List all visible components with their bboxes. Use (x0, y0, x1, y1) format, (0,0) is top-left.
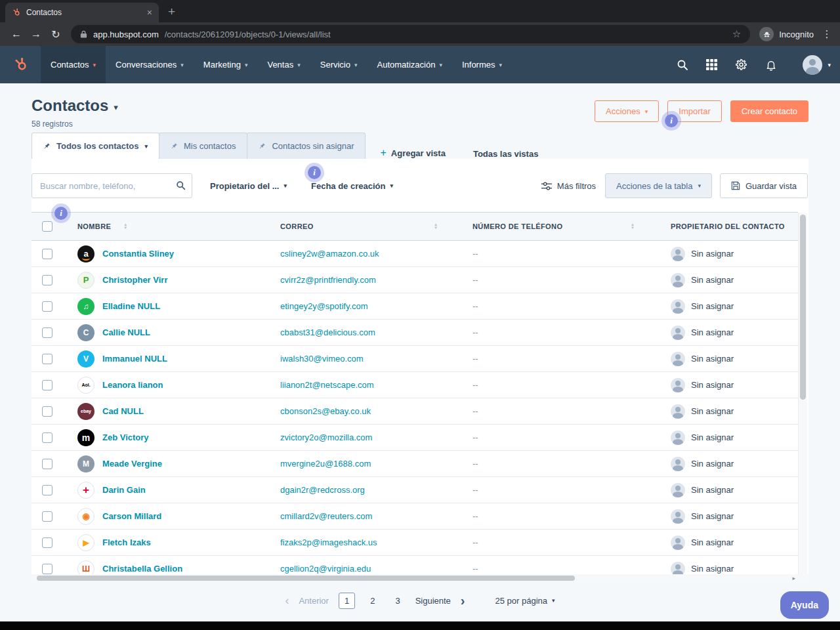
contact-email-link[interactable]: cvirr2z@printfriendly.com (280, 275, 376, 285)
nav-item-contactos[interactable]: Contactos▾ (41, 46, 106, 83)
bookmark-star-icon[interactable]: ☆ (732, 28, 741, 40)
contact-email-link[interactable]: mvergine2u@1688.com (280, 459, 371, 469)
row-checkbox[interactable] (42, 249, 52, 259)
row-checkbox[interactable] (42, 459, 52, 469)
tab-close-icon[interactable]: × (147, 8, 152, 17)
page-number-3[interactable]: 3 (390, 593, 405, 608)
contact-name-link[interactable]: Elladine NULL (102, 301, 160, 311)
account-menu[interactable]: ▾ (803, 55, 831, 75)
column-header-nombre[interactable]: NOMBRE (77, 222, 111, 230)
contact-email-link[interactable]: cbabst31@delicious.com (280, 327, 375, 337)
contact-email-link[interactable]: cbonson2s@ebay.co.uk (280, 406, 371, 416)
row-checkbox[interactable] (42, 327, 52, 338)
vertical-scrollbar-thumb[interactable] (800, 215, 806, 400)
search-input[interactable] (32, 173, 192, 198)
tab-mis-contactos[interactable]: Mis contactos (159, 133, 247, 159)
row-checkbox[interactable] (42, 564, 52, 574)
row-checkbox[interactable] (42, 537, 52, 548)
sort-icon[interactable]: ▲▼ (123, 223, 127, 230)
contact-email-link[interactable]: iwalsh30@vimeo.com (280, 354, 364, 364)
info-annotation-badge[interactable]: i (54, 207, 68, 220)
row-checkbox[interactable] (42, 485, 52, 495)
contact-email-link[interactable]: cmillard2v@reuters.com (280, 511, 372, 521)
contact-email-link[interactable]: etingey2y@spotify.com (280, 301, 368, 311)
page-size-dropdown[interactable]: 25 por página ▾ (495, 596, 555, 606)
page-number-2[interactable]: 2 (365, 593, 380, 608)
scroll-right-arrow-icon[interactable]: ▸ (792, 575, 795, 581)
next-page-chevron-icon[interactable]: › (461, 593, 465, 608)
row-checkbox[interactable] (42, 275, 52, 285)
new-tab-icon[interactable]: + (168, 5, 175, 18)
gear-icon[interactable] (735, 58, 747, 71)
more-filters-button[interactable]: Más filtros (541, 181, 596, 191)
help-button[interactable]: Ayuda (780, 591, 829, 619)
back-icon[interactable]: ← (7, 28, 26, 40)
chevron-down-icon[interactable]: ▾ (114, 102, 118, 112)
search-icon[interactable] (176, 180, 186, 190)
column-header-propietario[interactable]: PROPIETARIO DEL CONTACTO (671, 222, 785, 230)
marketplace-icon[interactable] (706, 59, 717, 70)
forward-icon[interactable]: → (26, 28, 46, 40)
contact-name-link[interactable]: Immanuel NULL (102, 354, 167, 364)
tab-contactos-sin-asignar[interactable]: Contactos sin asignar (247, 133, 366, 159)
contact-email-link[interactable]: liianon2t@netscape.com (280, 380, 374, 390)
bell-icon[interactable] (765, 59, 777, 71)
contact-name-link[interactable]: Zeb Victory (102, 432, 149, 442)
contact-name-link[interactable]: Carson Millard (102, 511, 161, 521)
contact-email-link[interactable]: cgellion2q@virginia.edu (280, 564, 371, 574)
address-bar[interactable]: app.hubspot.com /contacts/20612091/objec… (71, 25, 750, 43)
nav-item-informes[interactable]: Informes▾ (452, 46, 512, 83)
contact-name-link[interactable]: Darin Gain (102, 485, 146, 495)
sort-icon[interactable]: ▲▼ (434, 223, 438, 230)
hubspot-logo[interactable] (0, 46, 41, 83)
column-header-correo[interactable]: CORREO (280, 222, 314, 230)
create-contact-button[interactable]: Crear contacto (730, 100, 808, 122)
all-views-link[interactable]: Todas las vistas (473, 149, 538, 159)
contact-name-link[interactable]: Christopher Virr (102, 275, 167, 285)
actions-button[interactable]: Acciones▾ (595, 100, 659, 122)
row-checkbox[interactable] (42, 301, 52, 312)
info-annotation-badge[interactable]: i (665, 114, 678, 127)
tab-todos-los-contactos[interactable]: Todos los contactos ▾ (32, 133, 159, 159)
nav-item-servicio[interactable]: Servicio▾ (310, 46, 368, 83)
contact-email-link[interactable]: csliney2w@amazon.co.uk (280, 249, 379, 259)
horizontal-scrollbar-thumb[interactable] (37, 576, 575, 581)
row-checkbox[interactable] (42, 406, 52, 417)
contact-name-link[interactable]: Leanora Iianon (102, 380, 163, 390)
contact-email-link[interactable]: fizaks2p@imageshack.us (280, 537, 377, 547)
nav-item-conversaciones[interactable]: Conversaciones▾ (106, 46, 194, 83)
browser-menu-icon[interactable]: ⋮ (820, 28, 833, 40)
row-checkbox[interactable] (42, 511, 52, 522)
save-view-button[interactable]: Guardar vista (720, 173, 808, 198)
info-annotation-badge[interactable]: i (308, 166, 321, 179)
row-checkbox[interactable] (42, 380, 52, 390)
row-checkbox[interactable] (42, 432, 52, 443)
contact-email-link[interactable]: zvictory2o@mozilla.com (280, 432, 372, 442)
horizontal-scrollbar[interactable]: ▸ (32, 574, 798, 582)
row-checkbox[interactable] (42, 354, 52, 364)
next-page-button[interactable]: Siguiente (415, 596, 451, 606)
add-view-link[interactable]: + Agregar vista (380, 147, 445, 159)
contact-name-link[interactable]: Christabella Gellion (102, 564, 182, 574)
previous-page-chevron-icon[interactable]: ‹ (285, 594, 289, 608)
select-all-checkbox[interactable] (42, 221, 52, 232)
contact-email-link[interactable]: dgain2r@redcross.org (280, 485, 365, 495)
sort-icon[interactable]: ▲▼ (631, 223, 635, 230)
previous-page-button[interactable]: Anterior (299, 596, 329, 606)
table-actions-button[interactable]: Acciones de la tabla ▾ (605, 173, 712, 198)
vertical-scrollbar[interactable] (798, 213, 807, 574)
contact-name-link[interactable]: Meade Vergine (102, 459, 162, 469)
contact-name-link[interactable]: Callie NULL (102, 327, 150, 337)
nav-item-ventas[interactable]: Ventas▾ (257, 46, 310, 83)
create-date-filter-dropdown[interactable]: Fecha de creación ▾ (311, 181, 393, 191)
contact-name-link[interactable]: Fletch Izaks (102, 537, 151, 547)
nav-item-marketing[interactable]: Marketing▾ (194, 46, 258, 83)
browser-tab[interactable]: Contactos × (5, 3, 159, 22)
reload-icon[interactable]: ↻ (46, 28, 66, 41)
column-header-telefono[interactable]: NÚMERO DE TELÉFONO (472, 222, 562, 230)
contact-name-link[interactable]: Cad NULL (102, 406, 144, 416)
page-number-1[interactable]: 1 (339, 593, 355, 609)
contact-name-link[interactable]: Constantia Sliney (102, 249, 174, 259)
nav-item-automatizacion[interactable]: Automatización▾ (368, 46, 452, 83)
owner-filter-dropdown[interactable]: Propietario del ... ▾ (210, 181, 287, 191)
